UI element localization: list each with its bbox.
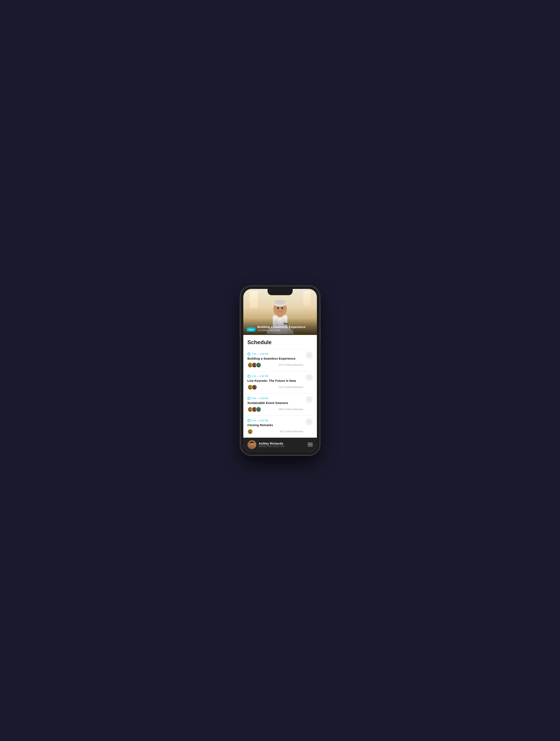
live-badge-area: Live Building a Seamless Experience LUCI… (247, 325, 314, 332)
bottom-bar: Ashley Richards MARKETING DIRECTOR (243, 437, 317, 452)
svg-point-17 (249, 388, 252, 389)
user-info: Ashley Richards MARKETING DIRECTOR (247, 440, 285, 449)
avatar-1c (256, 362, 261, 368)
svg-point-19 (253, 388, 256, 389)
star-icon-1: ☆ (308, 353, 311, 357)
svg-point-10 (249, 363, 251, 365)
star-icon-2: ☆ (308, 375, 311, 379)
svg-point-22 (253, 408, 255, 410)
item-title-3: Sustainable Event Seasons (247, 401, 304, 405)
hamburger-line-1 (308, 443, 313, 443)
user-role: MARKETING DIRECTOR (259, 445, 285, 448)
avatars-2 (247, 385, 257, 390)
star-button-4[interactable]: ☆ (306, 418, 313, 425)
svg-point-27 (249, 432, 252, 434)
svg-point-24 (257, 408, 259, 410)
svg-point-12 (253, 363, 255, 365)
clock-icon-1 (247, 352, 250, 355)
item-content-4: 6:00 — 6:15 PM Closing Remarks (247, 419, 304, 434)
svg-point-16 (249, 386, 251, 388)
time-text-2: 4:30 — 5:30 PM (252, 375, 268, 378)
star-button-3[interactable]: ☆ (306, 396, 313, 403)
schedule-item-3[interactable]: 5:30 — 6:00 PM Sustainable Event Seasons (247, 393, 313, 415)
svg-point-11 (249, 365, 252, 367)
window-right (303, 291, 311, 306)
schedule-item-1[interactable]: 3:30 — 4:30 PM Building a Seamless Exper… (247, 349, 313, 371)
star-button-2[interactable]: ☆ (306, 374, 313, 381)
clock-icon-4 (247, 419, 250, 422)
svg-point-15 (257, 365, 260, 367)
back-button[interactable]: ← (247, 297, 251, 303)
hero-title: Building a Seamless Experience (257, 325, 306, 329)
live-badge: Live (247, 327, 255, 332)
time-text-1: 3:30 — 4:30 PM (252, 353, 268, 355)
avatars-3 (247, 407, 261, 412)
phone-wrapper: ← Live Building a Seamless Experience LU… (240, 286, 320, 455)
svg-point-18 (253, 386, 255, 388)
attendees-3: 3592 Confirmed Attendees (278, 408, 303, 410)
schedule-item-2[interactable]: 4:30 — 5:30 PM Live Keynote: The Future … (247, 371, 313, 393)
svg-point-29 (249, 445, 255, 449)
avatars-4 (247, 429, 253, 434)
phone-frame: ← Live Building a Seamless Experience LU… (240, 286, 320, 455)
hero-section: ← Live Building a Seamless Experience LU… (243, 289, 317, 335)
svg-point-6 (277, 307, 279, 309)
svg-point-26 (249, 430, 251, 432)
user-avatar (247, 440, 256, 449)
time-text-3: 5:30 — 6:00 PM (252, 397, 268, 400)
hero-speaker: LUCIENNE WILLIAMS (257, 329, 306, 332)
avatar-3c (256, 407, 261, 412)
star-icon-4: ☆ (308, 420, 311, 424)
svg-point-13 (253, 365, 256, 367)
attendees-4: 823 Confirmed Attendees (280, 430, 304, 432)
svg-point-25 (257, 410, 260, 411)
avatars-1 (247, 362, 261, 368)
svg-point-7 (282, 307, 283, 309)
clock-icon-2 (247, 375, 250, 378)
svg-point-20 (249, 408, 251, 410)
schedule-list: 3:30 — 4:30 PM Building a Seamless Exper… (247, 349, 313, 437)
svg-point-5 (274, 300, 286, 305)
star-button-1[interactable]: ☆ (306, 352, 313, 359)
item-content-3: 5:30 — 6:00 PM Sustainable Event Seasons (247, 397, 304, 412)
schedule-item-4[interactable]: 6:00 — 6:15 PM Closing Remarks (247, 415, 313, 437)
svg-point-14 (257, 363, 259, 365)
clock-icon-3 (247, 397, 250, 400)
item-content-2: 4:30 — 5:30 PM Live Keynote: The Future … (247, 375, 304, 390)
time-text-4: 6:00 — 6:15 PM (252, 419, 268, 422)
svg-point-23 (253, 410, 256, 411)
hamburger-line-2 (308, 444, 313, 445)
item-content-1: 3:30 — 4:30 PM Building a Seamless Exper… (247, 352, 304, 368)
attendees-1: 2579 Confirmed Attendees (278, 364, 303, 366)
hamburger-menu[interactable] (308, 443, 313, 446)
user-text: Ashley Richards MARKETING DIRECTOR (259, 442, 285, 448)
hamburger-line-3 (308, 446, 313, 446)
star-icon-3: ☆ (308, 398, 311, 401)
item-title-1: Building a Seamless Experience (247, 357, 304, 360)
avatar-2b (252, 385, 257, 390)
avatar-4a (247, 429, 253, 434)
item-title-4: Closing Remarks (247, 423, 304, 427)
schedule-title: Schedule (247, 339, 313, 346)
phone-screen: ← Live Building a Seamless Experience LU… (243, 289, 317, 452)
schedule-section: Schedule 3:30 — 4:30 PM Building a Seaml… (243, 335, 317, 437)
notch (267, 289, 293, 295)
attendees-2: 1544 Confirmed Attendees (278, 386, 303, 388)
user-name: Ashley Richards (259, 442, 285, 445)
hero-title-block: Building a Seamless Experience LUCIENNE … (257, 325, 306, 332)
item-title-2: Live Keynote: The Future is Now (247, 379, 304, 383)
svg-point-21 (249, 410, 252, 411)
